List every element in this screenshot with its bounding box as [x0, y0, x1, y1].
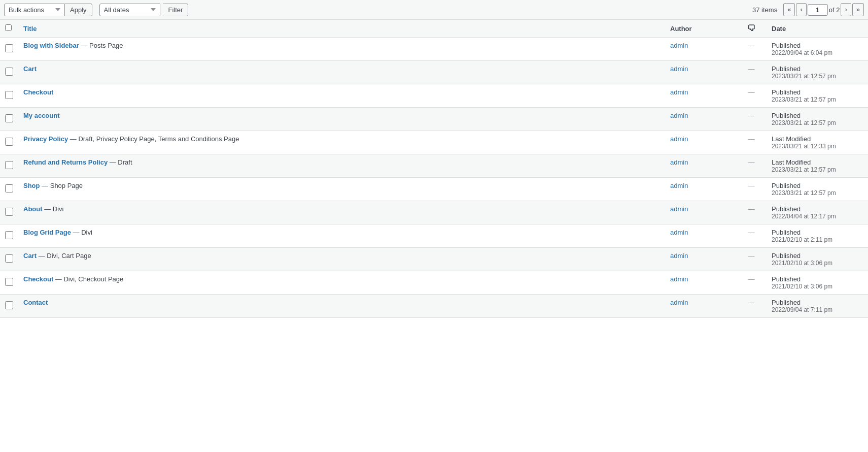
comment-dash: — [748, 65, 755, 73]
author-link[interactable]: admin [670, 252, 688, 260]
current-page-input[interactable] [808, 4, 828, 16]
bulk-actions-select[interactable]: Bulk actions Edit Move to Trash [4, 4, 65, 16]
page-title-link[interactable]: Blog Grid Page [23, 229, 71, 236]
select-all-checkbox[interactable] [5, 24, 12, 31]
date-status: Published [772, 65, 863, 73]
row-checkbox[interactable] [5, 278, 13, 286]
pagination: « ‹ of 2 › » [783, 3, 864, 16]
row-author-cell: admin [665, 295, 736, 318]
table-row: About — Diviadmin—Published2022/04/04 at… [0, 201, 868, 224]
table-row: Cartadmin—Published2023/03/21 at 12:57 p… [0, 61, 868, 84]
row-checkbox[interactable] [5, 138, 13, 146]
author-link[interactable]: admin [670, 275, 688, 283]
page-title-suffix: — Divi [71, 229, 92, 236]
row-checkbox-cell [0, 61, 18, 84]
table-row: Checkout — Divi, Checkout Pageadmin—Publ… [0, 271, 868, 295]
row-date-cell: Published2023/03/21 at 12:57 pm [767, 84, 868, 108]
row-checkbox-cell [0, 295, 18, 318]
page-title-link[interactable]: Checkout [23, 88, 53, 96]
comment-dash: — [748, 42, 755, 49]
author-link[interactable]: admin [670, 65, 688, 73]
row-checkbox-cell [0, 84, 18, 108]
first-page-button[interactable]: « [783, 3, 795, 16]
row-author-cell: admin [665, 61, 736, 84]
table-row: Cart — Divi, Cart Pageadmin—Published202… [0, 248, 868, 271]
row-checkbox[interactable] [5, 231, 13, 239]
date-filter-select[interactable]: All dates [99, 4, 160, 16]
bulk-actions-wrapper: Bulk actions Edit Move to Trash Apply [4, 4, 92, 16]
row-author-cell: admin [665, 224, 736, 248]
row-title-cell: Refund and Returns Policy — Draft [18, 154, 665, 178]
row-checkbox[interactable] [5, 91, 13, 99]
row-checkbox-cell [0, 271, 18, 295]
row-checkbox[interactable] [5, 114, 13, 122]
row-comment-cell: — [736, 108, 767, 131]
comment-dash: — [748, 205, 755, 213]
row-checkbox-cell [0, 201, 18, 224]
table-row: Blog Grid Page — Diviadmin—Published2021… [0, 224, 868, 248]
page-title-link[interactable]: My account [23, 112, 60, 119]
title-sort-link[interactable]: Title [23, 25, 37, 33]
table-row: Shop — Shop Pageadmin—Published2023/03/2… [0, 178, 868, 201]
row-comment-cell: — [736, 248, 767, 271]
date-value: 2023/03/21 at 12:57 pm [772, 96, 863, 103]
items-count: 37 items [752, 6, 777, 14]
table-row: Blog with Sidebar — Posts Pageadmin—Publ… [0, 38, 868, 61]
page-title-link[interactable]: Blog with Sidebar [23, 42, 79, 49]
page-title-link[interactable]: Privacy Policy [23, 135, 68, 143]
row-checkbox-cell [0, 224, 18, 248]
comment-dash: — [748, 252, 755, 260]
row-checkbox[interactable] [5, 301, 13, 309]
page-wrapper: Bulk actions Edit Move to Trash Apply Al… [0, 0, 868, 452]
toolbar: Bulk actions Edit Move to Trash Apply Al… [0, 0, 868, 20]
page-title-link[interactable]: Cart [23, 65, 37, 73]
row-date-cell: Last Modified2023/03/21 at 12:57 pm [767, 154, 868, 178]
author-link[interactable]: admin [670, 229, 688, 236]
row-author-cell: admin [665, 271, 736, 295]
row-author-cell: admin [665, 178, 736, 201]
author-link[interactable]: admin [670, 42, 688, 49]
row-date-cell: Published2022/09/04 at 6:04 pm [767, 38, 868, 61]
page-title-link[interactable]: Contact [23, 299, 48, 306]
page-title-link[interactable]: About [23, 205, 43, 213]
author-link[interactable]: admin [670, 112, 688, 119]
row-checkbox[interactable] [5, 44, 13, 52]
table-row: Checkoutadmin—Published2023/03/21 at 12:… [0, 84, 868, 108]
author-link[interactable]: admin [670, 205, 688, 213]
row-checkbox[interactable] [5, 68, 13, 76]
author-link[interactable]: admin [670, 299, 688, 306]
page-title-link[interactable]: Checkout [23, 275, 53, 283]
author-link[interactable]: admin [670, 182, 688, 189]
date-column-header: Date [767, 20, 868, 38]
page-title-link[interactable]: Cart [23, 252, 37, 260]
apply-button[interactable]: Apply [65, 4, 92, 16]
row-checkbox[interactable] [5, 254, 13, 263]
row-checkbox[interactable] [5, 184, 13, 192]
author-link[interactable]: admin [670, 88, 688, 96]
row-title-cell: Cart [18, 61, 665, 84]
page-title-suffix: — Divi, Checkout Page [53, 275, 123, 283]
date-status: Published [772, 88, 863, 96]
date-status: Published [772, 252, 863, 260]
row-date-cell: Published2022/04/04 at 12:17 pm [767, 201, 868, 224]
page-title-suffix: — Divi, Cart Page [37, 252, 91, 260]
row-date-cell: Published2022/09/04 at 7:11 pm [767, 295, 868, 318]
last-page-button[interactable]: » [852, 3, 864, 16]
page-title-link[interactable]: Shop [23, 182, 40, 189]
row-title-cell: Checkout — Divi, Checkout Page [18, 271, 665, 295]
row-checkbox[interactable] [5, 208, 13, 216]
page-title-link[interactable]: Refund and Returns Policy [23, 158, 108, 166]
row-checkbox[interactable] [5, 161, 13, 169]
table-row: Contactadmin—Published2022/09/04 at 7:11… [0, 295, 868, 318]
date-value: 2023/03/21 at 12:57 pm [772, 73, 863, 80]
date-status: Published [772, 275, 863, 283]
comment-dash: — [748, 275, 755, 283]
filter-button[interactable]: Filter [163, 4, 189, 16]
author-link[interactable]: admin [670, 135, 688, 143]
date-status: Published [772, 182, 863, 189]
author-link[interactable]: admin [670, 158, 688, 166]
next-page-button[interactable]: › [841, 3, 851, 16]
row-date-cell: Published2023/03/21 at 12:57 pm [767, 178, 868, 201]
comment-dash: — [748, 112, 755, 119]
prev-page-button[interactable]: ‹ [796, 3, 806, 16]
